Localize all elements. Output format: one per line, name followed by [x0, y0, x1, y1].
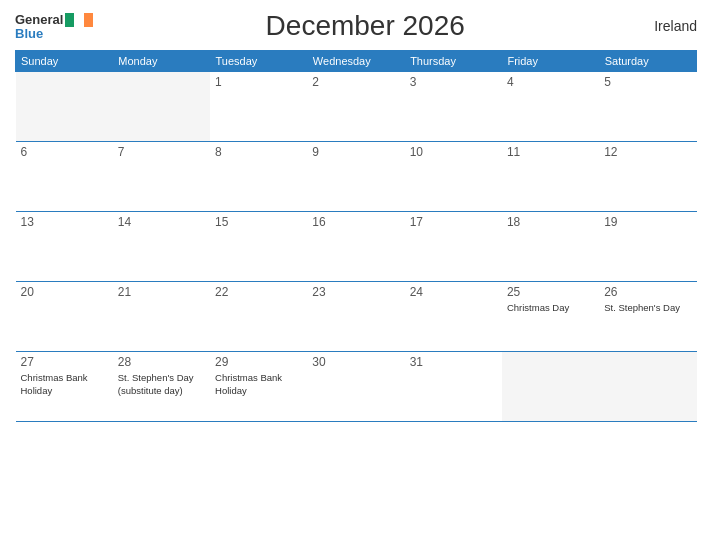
logo-flag-icon	[65, 13, 93, 27]
calendar-cell: 6	[16, 142, 113, 212]
calendar-cell: 16	[307, 212, 404, 282]
svg-rect-2	[84, 13, 93, 27]
week-row-1: 12345	[16, 72, 697, 142]
day-header-tuesday: Tuesday	[210, 51, 307, 72]
day-header-monday: Monday	[113, 51, 210, 72]
header: General Blue December 2026 Ireland	[15, 10, 697, 42]
calendar-cell: 24	[405, 282, 502, 352]
page: General Blue December 2026 Ireland Sunda…	[0, 0, 712, 550]
day-number: 29	[215, 355, 302, 369]
day-number: 11	[507, 145, 594, 159]
calendar-cell	[599, 352, 696, 422]
day-event: Christmas Day	[507, 302, 569, 313]
calendar-cell: 9	[307, 142, 404, 212]
day-number: 1	[215, 75, 302, 89]
calendar-cell: 25Christmas Day	[502, 282, 599, 352]
day-number: 22	[215, 285, 302, 299]
calendar-cell: 4	[502, 72, 599, 142]
calendar-cell	[16, 72, 113, 142]
day-number: 6	[21, 145, 108, 159]
logo-blue-text: Blue	[15, 27, 43, 40]
day-number: 23	[312, 285, 399, 299]
day-number: 26	[604, 285, 691, 299]
calendar-cell: 8	[210, 142, 307, 212]
calendar-cell	[113, 72, 210, 142]
day-event: Christmas Bank Holiday	[215, 372, 282, 396]
day-header-friday: Friday	[502, 51, 599, 72]
calendar-cell: 1	[210, 72, 307, 142]
logo-general-text: General	[15, 13, 63, 26]
calendar-cell: 27Christmas Bank Holiday	[16, 352, 113, 422]
calendar-cell: 20	[16, 282, 113, 352]
day-number: 12	[604, 145, 691, 159]
day-event: Christmas Bank Holiday	[21, 372, 88, 396]
calendar-cell: 17	[405, 212, 502, 282]
day-number: 14	[118, 215, 205, 229]
calendar-title: December 2026	[93, 10, 637, 42]
calendar-cell	[502, 352, 599, 422]
calendar-cell: 14	[113, 212, 210, 282]
day-event: St. Stephen's Day (substitute day)	[118, 372, 194, 396]
week-row-5: 27Christmas Bank Holiday28St. Stephen's …	[16, 352, 697, 422]
days-header-row: SundayMondayTuesdayWednesdayThursdayFrid…	[16, 51, 697, 72]
day-number: 3	[410, 75, 497, 89]
day-number: 4	[507, 75, 594, 89]
calendar-cell: 10	[405, 142, 502, 212]
day-number: 24	[410, 285, 497, 299]
country-label: Ireland	[637, 18, 697, 34]
day-number: 21	[118, 285, 205, 299]
day-number: 30	[312, 355, 399, 369]
day-number: 20	[21, 285, 108, 299]
day-header-saturday: Saturday	[599, 51, 696, 72]
logo: General Blue	[15, 13, 93, 40]
calendar-table: SundayMondayTuesdayWednesdayThursdayFrid…	[15, 50, 697, 422]
day-number: 8	[215, 145, 302, 159]
day-number: 18	[507, 215, 594, 229]
day-number: 19	[604, 215, 691, 229]
day-header-wednesday: Wednesday	[307, 51, 404, 72]
calendar-cell: 26St. Stephen's Day	[599, 282, 696, 352]
svg-rect-1	[74, 13, 84, 27]
day-number: 10	[410, 145, 497, 159]
day-header-thursday: Thursday	[405, 51, 502, 72]
calendar-cell: 3	[405, 72, 502, 142]
calendar-cell: 21	[113, 282, 210, 352]
calendar-cell: 18	[502, 212, 599, 282]
calendar-cell: 19	[599, 212, 696, 282]
day-number: 13	[21, 215, 108, 229]
calendar-cell: 5	[599, 72, 696, 142]
week-row-4: 202122232425Christmas Day26St. Stephen's…	[16, 282, 697, 352]
day-number: 25	[507, 285, 594, 299]
calendar-cell: 30	[307, 352, 404, 422]
week-row-3: 13141516171819	[16, 212, 697, 282]
calendar-cell: 28St. Stephen's Day (substitute day)	[113, 352, 210, 422]
day-number: 9	[312, 145, 399, 159]
week-row-2: 6789101112	[16, 142, 697, 212]
day-number: 17	[410, 215, 497, 229]
day-number: 27	[21, 355, 108, 369]
calendar-cell: 22	[210, 282, 307, 352]
calendar-cell: 11	[502, 142, 599, 212]
day-header-sunday: Sunday	[16, 51, 113, 72]
svg-rect-0	[65, 13, 74, 27]
calendar-cell: 13	[16, 212, 113, 282]
calendar-cell: 2	[307, 72, 404, 142]
day-number: 2	[312, 75, 399, 89]
day-number: 7	[118, 145, 205, 159]
day-number: 31	[410, 355, 497, 369]
day-number: 5	[604, 75, 691, 89]
day-event: St. Stephen's Day	[604, 302, 680, 313]
calendar-cell: 12	[599, 142, 696, 212]
calendar-cell: 15	[210, 212, 307, 282]
calendar-cell: 23	[307, 282, 404, 352]
day-number: 15	[215, 215, 302, 229]
day-number: 16	[312, 215, 399, 229]
calendar-cell: 31	[405, 352, 502, 422]
calendar-cell: 7	[113, 142, 210, 212]
day-number: 28	[118, 355, 205, 369]
calendar-cell: 29Christmas Bank Holiday	[210, 352, 307, 422]
